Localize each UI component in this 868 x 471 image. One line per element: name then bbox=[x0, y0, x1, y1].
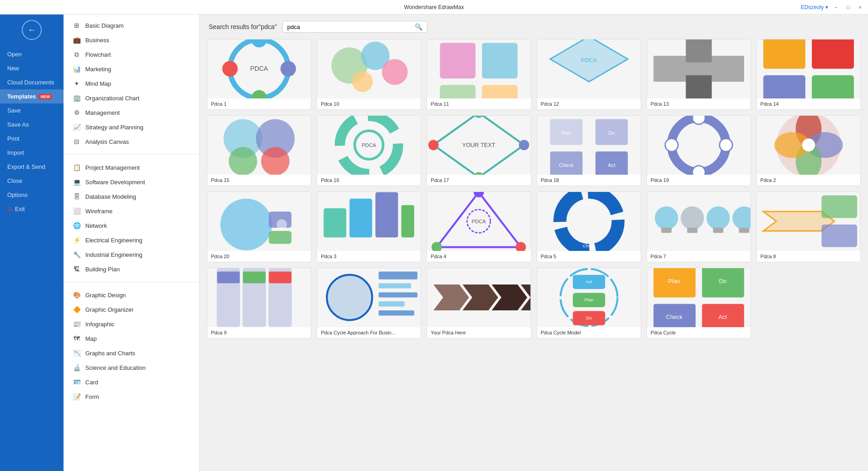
svg-rect-92 bbox=[243, 272, 265, 284]
close-button[interactable]: × bbox=[856, 4, 864, 11]
sidebar-item-basic[interactable]: ⊞ Basic Diagram bbox=[64, 18, 199, 33]
maximize-button[interactable]: □ bbox=[844, 4, 853, 11]
sidebar-item-industrial[interactable]: 🔧 Industrial Engineering bbox=[64, 247, 199, 262]
template-card[interactable]: PDCA Pdca 1 bbox=[207, 39, 311, 110]
svg-rect-10 bbox=[440, 43, 476, 78]
sidebar-item-wireframe[interactable]: ⬜ Wireframe bbox=[64, 204, 199, 218]
marketing-label: Marketing bbox=[85, 66, 111, 73]
sidebar-item-mindmap[interactable]: ✦ Mind Map bbox=[64, 76, 199, 91]
template-card[interactable]: Your Pdca Here bbox=[427, 268, 531, 339]
sidebar-item-database[interactable]: 🗄 Database Modeling bbox=[64, 189, 199, 204]
template-card[interactable]: Pdca 13 bbox=[647, 39, 751, 110]
sidebar-divider-1 bbox=[64, 154, 199, 155]
sidebar-item-export[interactable]: Export & Send bbox=[0, 160, 64, 174]
user-menu[interactable]: EDszeoly ▾ bbox=[801, 4, 829, 10]
sidebar-item-cloud[interactable]: Cloud Documents bbox=[0, 75, 64, 89]
sidebar-item-building[interactable]: 🏗 Building Plan bbox=[64, 262, 199, 276]
sidebar-item-save-as[interactable]: Save As bbox=[0, 118, 64, 132]
template-card[interactable]: PDCA Pdca 16 bbox=[317, 115, 421, 186]
template-thumbnail bbox=[757, 192, 860, 251]
template-name: Pdca 8 bbox=[757, 251, 860, 262]
template-card[interactable]: Plan Do Check Act Pdca 5 bbox=[537, 191, 641, 262]
mid-sidebar-section-2: 📋 Project Management 💻 Software Developm… bbox=[64, 157, 199, 280]
template-card[interactable]: Pdca 14 bbox=[756, 39, 861, 110]
svg-rect-80 bbox=[661, 228, 672, 233]
template-thumbnail bbox=[427, 39, 530, 98]
template-card[interactable]: Pdca 2 bbox=[756, 115, 861, 186]
template-card[interactable]: Pdca 3 bbox=[317, 191, 421, 262]
template-card[interactable]: PDCA Pdca 12 bbox=[537, 39, 641, 110]
template-thumbnail: Plan Do Check Act bbox=[647, 268, 750, 327]
sidebar-item-orgchart[interactable]: 🏢 Organizational Chart bbox=[64, 91, 199, 105]
minimize-button[interactable]: − bbox=[832, 4, 840, 11]
template-card[interactable]: Pdca 9 bbox=[207, 268, 311, 339]
sidebar-item-business[interactable]: 💼 Business bbox=[64, 33, 199, 47]
template-card[interactable]: Act Plan Do Pdca Cycle Model bbox=[537, 268, 641, 339]
template-name: Pdca 10 bbox=[317, 98, 421, 109]
template-card[interactable]: Pdca 8 bbox=[756, 191, 861, 262]
organizer-label: Graphic Organizer bbox=[85, 306, 133, 313]
template-card[interactable]: Pdca 10 bbox=[317, 39, 421, 110]
template-card[interactable]: YOUR TEXT Pdca 17 bbox=[427, 115, 531, 186]
sidebar-item-organizer[interactable]: 🔶 Graphic Organizer bbox=[64, 302, 199, 317]
template-name: Pdca 5 bbox=[537, 251, 641, 262]
template-thumbnail bbox=[207, 116, 311, 175]
app-title: Wondershare EdrawMax bbox=[404, 4, 464, 10]
back-button[interactable]: ← bbox=[22, 20, 42, 40]
template-card[interactable]: Pdca 11 bbox=[427, 39, 531, 110]
template-thumbnail bbox=[647, 192, 750, 251]
svg-point-60 bbox=[277, 220, 287, 230]
sidebar-item-close[interactable]: Close bbox=[0, 174, 64, 188]
template-card[interactable]: Plan Do Check Act Pdca 18 bbox=[537, 115, 641, 186]
template-card[interactable]: Pdca Cycle Approach For Busin... bbox=[317, 268, 421, 339]
mindmap-label: Mind Map bbox=[85, 80, 111, 87]
svg-rect-100 bbox=[379, 311, 414, 316]
search-icon[interactable]: 🔍 bbox=[415, 23, 422, 30]
industrial-icon: 🔧 bbox=[73, 250, 81, 259]
sidebar-item-project[interactable]: 📋 Project Management bbox=[64, 160, 199, 175]
search-input[interactable] bbox=[287, 24, 415, 30]
card-label: Card bbox=[85, 379, 98, 386]
template-card[interactable]: Pdca 15 bbox=[207, 115, 311, 186]
sidebar-item-graphs[interactable]: 📉 Graphs and Charts bbox=[64, 346, 199, 360]
sidebar-item-science[interactable]: 🔬 Science and Education bbox=[64, 360, 199, 375]
graphic-icon: 🎨 bbox=[73, 291, 81, 299]
sidebar-item-options[interactable]: Options bbox=[0, 188, 64, 202]
sidebar-item-analysis[interactable]: ⊟ Analysis Canvas bbox=[64, 134, 199, 149]
sidebar-item-flowchart[interactable]: ⧉ Flowchart bbox=[64, 47, 199, 62]
map-label: Map bbox=[85, 335, 97, 342]
sidebar-item-import[interactable]: Import bbox=[0, 146, 64, 160]
template-card[interactable]: Pdca 19 bbox=[647, 115, 751, 186]
template-card[interactable]: PDCA Pdca 4 bbox=[427, 191, 531, 262]
sidebar-item-electrical[interactable]: ⚡ Electrical Engineering bbox=[64, 233, 199, 247]
electrical-label: Electrical Engineering bbox=[85, 237, 142, 244]
orgchart-label: Organizational Chart bbox=[85, 95, 139, 102]
template-card[interactable]: Plan Do Check Act Pdca Cycle bbox=[647, 268, 751, 339]
sidebar-item-graphic[interactable]: 🎨 Graphic Design bbox=[64, 288, 199, 302]
sidebar-item-network[interactable]: 🌐 Network bbox=[64, 218, 199, 233]
sidebar-item-infographic[interactable]: 📰 Infographic bbox=[64, 317, 199, 331]
sidebar-item-print[interactable]: Print bbox=[0, 132, 64, 146]
strategy-label: Strategy and Planning bbox=[85, 124, 143, 131]
template-thumbnail: PDCA bbox=[317, 116, 421, 175]
sidebar-item-map[interactable]: 🗺 Map bbox=[64, 331, 199, 346]
svg-text:PDCA: PDCA bbox=[250, 65, 268, 72]
sidebar-item-templates[interactable]: Templates NEW bbox=[0, 89, 64, 103]
sidebar-item-marketing[interactable]: 📊 Marketing bbox=[64, 62, 199, 76]
sidebar-item-exit[interactable]: ⊖ Exit bbox=[0, 202, 64, 216]
sidebar-item-save[interactable]: Save bbox=[0, 103, 64, 118]
sidebar-item-new[interactable]: New bbox=[0, 61, 64, 75]
sidebar-item-open[interactable]: Open bbox=[0, 47, 64, 61]
template-name: Pdca Cycle Approach For Busin... bbox=[317, 327, 421, 338]
template-card[interactable]: Pdca 7 bbox=[647, 191, 751, 262]
template-card[interactable]: Pdca 20 bbox=[207, 191, 311, 262]
sidebar-item-strategy[interactable]: 📈 Strategy and Planning bbox=[64, 120, 199, 134]
sidebar-item-card[interactable]: 🪪 Card bbox=[64, 375, 199, 389]
sidebar-item-management[interactable]: ⚙ Management bbox=[64, 105, 199, 120]
sidebar-item-software[interactable]: 💻 Software Development bbox=[64, 175, 199, 189]
svg-point-79 bbox=[732, 206, 750, 230]
sidebar-item-form[interactable]: 📝 Form bbox=[64, 389, 199, 404]
wireframe-label: Wireframe bbox=[85, 208, 113, 215]
template-thumbnail: Act Plan Do bbox=[537, 268, 641, 327]
organizer-icon: 🔶 bbox=[73, 305, 81, 314]
